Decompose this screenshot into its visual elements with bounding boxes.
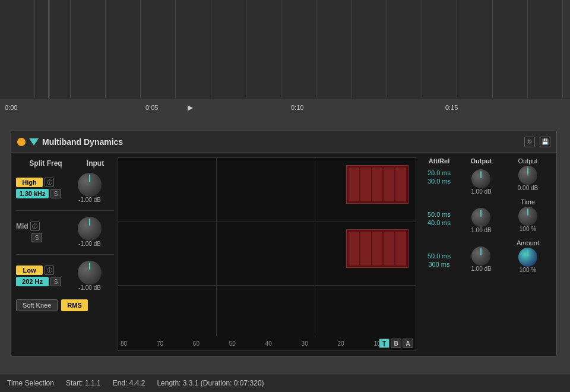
bottom-controls: Soft Knee RMS — [16, 299, 114, 311]
mid-solo-button[interactable]: S — [31, 233, 42, 242]
mid-input-knob-wrapper: -1.00 dB — [78, 217, 102, 247]
low-rel-val: 300 ms — [420, 261, 458, 268]
divider-1 — [16, 210, 114, 211]
amount-knob-wrapper: 100 % — [518, 248, 537, 273]
vis-v-line-2 — [315, 158, 315, 336]
status-bar: Time Selection Start: 1.1.1 End: 4.4.2 L… — [0, 373, 570, 392]
vis-ruler-40: 40 — [265, 340, 272, 347]
vis-ruler-60: 60 — [193, 340, 200, 347]
att-rel-header: Att/Rel — [420, 157, 458, 165]
output-right-header: Output — [518, 157, 537, 165]
low-output-knob-wrapper: 1.00 dB — [471, 246, 491, 272]
ruler-mark-1: 0:05 — [145, 104, 158, 111]
mid-label: Mid — [16, 222, 28, 230]
low-input-knob-wrapper: -1.00 dB — [78, 261, 102, 291]
low-att-rel: 50.0 ms 300 ms — [420, 252, 458, 268]
mid-band-vis — [346, 229, 408, 268]
power-button[interactable] — [17, 138, 26, 146]
vis-btn-a[interactable]: A — [403, 339, 413, 348]
high-freq-display[interactable]: 1.30 kHz — [16, 189, 49, 198]
vis-ruler: 80 70 60 50 40 30 20 10 0 — [118, 336, 416, 350]
ruler-mark-0: 0:00 — [5, 104, 17, 111]
low-band-button[interactable]: Low — [16, 265, 43, 275]
plugin-titlebar: Multiband Dynamics ↻ 💾 — [11, 131, 556, 153]
low-solo-button[interactable]: S — [50, 277, 61, 286]
low-info-icon[interactable]: ⓘ — [45, 265, 54, 275]
low-att-val: 50.0 ms — [420, 252, 458, 260]
divider-2 — [16, 254, 114, 255]
plugin-body: Split Freq Input High ⓘ 1.30 kHz S — [11, 153, 556, 356]
mid-output-knob-wrapper: 1.00 dB — [471, 208, 491, 233]
amount-knob[interactable] — [518, 248, 537, 267]
output-main-db: 0.00 dB — [518, 185, 538, 191]
output-band-header: Output — [470, 157, 492, 165]
vis-h-line-2 — [118, 285, 416, 286]
timeline-scrollbar[interactable] — [563, 0, 570, 98]
split-freq-header: Split Freq — [29, 159, 62, 167]
high-input-knob[interactable] — [78, 173, 102, 197]
low-input-knob[interactable] — [78, 261, 102, 284]
output-main-knob-wrapper: 0.00 dB — [518, 166, 538, 191]
mid-rel-val: 40.0 ms — [420, 219, 458, 226]
mid-info-icon[interactable]: ⓘ — [30, 222, 40, 231]
vis-btn-t[interactable]: T — [379, 339, 390, 348]
time-knob[interactable] — [518, 207, 537, 226]
collapse-button[interactable] — [29, 138, 39, 146]
output-main-knob[interactable] — [518, 166, 537, 185]
vis-ruler-70: 70 — [157, 340, 163, 347]
plugin-title: Multiband Dynamics — [42, 137, 123, 147]
mid-output-knob[interactable] — [471, 208, 490, 227]
visualizer[interactable]: 80 70 60 50 40 30 20 10 0 T B A — [118, 157, 416, 351]
mid-att-rel: 50.0 ms 40.0 ms — [420, 211, 458, 226]
save-icon[interactable]: 💾 — [540, 137, 550, 147]
cursor-arrow: ▶ — [188, 103, 193, 112]
ruler-mark-3: 0:15 — [445, 104, 458, 111]
time-selection-label: Time Selection — [7, 379, 54, 387]
low-output-knob[interactable] — [471, 246, 490, 265]
amount-label: Amount — [517, 239, 539, 246]
start-label: Start: 1.1.1 — [66, 379, 101, 387]
time-knob-wrapper: 100 % — [518, 207, 537, 232]
vis-ruler-80: 80 — [121, 340, 127, 347]
soft-knee-button[interactable]: Soft Knee — [16, 299, 58, 311]
end-label: End: 4.4.2 — [113, 379, 145, 387]
amount-pct: 100 % — [520, 267, 536, 273]
mid-input-knob[interactable] — [78, 217, 102, 241]
low-freq-display[interactable]: 202 Hz — [16, 277, 49, 286]
time-pct: 100 % — [520, 226, 536, 232]
vis-buttons: T B A — [379, 339, 413, 348]
vis-h-line-1 — [118, 222, 416, 222]
high-band-button[interactable]: High — [16, 178, 43, 187]
mid-output-db: 1.00 dB — [471, 227, 491, 233]
vis-ruler-50: 50 — [229, 340, 236, 347]
high-att-rel: 20.0 ms 30.0 ms — [420, 169, 458, 185]
input-header: Input — [87, 159, 104, 167]
high-output-knob[interactable] — [471, 169, 490, 188]
high-input-knob-wrapper: -1.00 dB — [78, 173, 102, 203]
low-input-db: -1.00 dB — [78, 284, 101, 291]
output-right-panel: Output 0.00 dB Time 100 % Amount 100 % — [504, 157, 552, 351]
left-panel: Split Freq Input High ⓘ 1.30 kHz S — [16, 157, 114, 351]
high-output-knob-wrapper: 1.00 dB — [471, 169, 491, 195]
high-solo-button[interactable]: S — [50, 189, 61, 198]
refresh-icon[interactable]: ↻ — [524, 137, 535, 147]
timeline-ruler: 0:00 0:05 0:10 0:15 ▶ — [0, 99, 570, 116]
ruler-mark-2: 0:10 — [291, 104, 303, 111]
time-label: Time — [521, 198, 535, 206]
high-rel-val: 30.0 ms — [420, 178, 458, 185]
vis-ruler-20: 20 — [338, 340, 344, 347]
high-band-vis — [346, 165, 408, 204]
high-output-db: 1.00 dB — [471, 188, 491, 195]
high-att-val: 20.0 ms — [420, 169, 458, 176]
output-band-panel: Output 1.00 dB 1.00 dB 1.00 dB — [462, 157, 501, 351]
mid-att-val: 50.0 ms — [420, 211, 458, 218]
vis-btn-b[interactable]: B — [391, 339, 401, 348]
high-input-db: -1.00 dB — [78, 197, 101, 203]
vis-v-line-1 — [216, 158, 217, 336]
vis-ruler-30: 30 — [302, 340, 308, 347]
rms-button[interactable]: RMS — [61, 299, 87, 311]
mid-input-db: -1.00 dB — [78, 241, 101, 247]
high-info-icon[interactable]: ⓘ — [45, 178, 54, 187]
length-label: Length: 3.3.1 (Duration: 0:07:320) — [157, 379, 264, 387]
timeline-area: 0:00 0:05 0:10 0:15 ▶ — [0, 0, 570, 116]
